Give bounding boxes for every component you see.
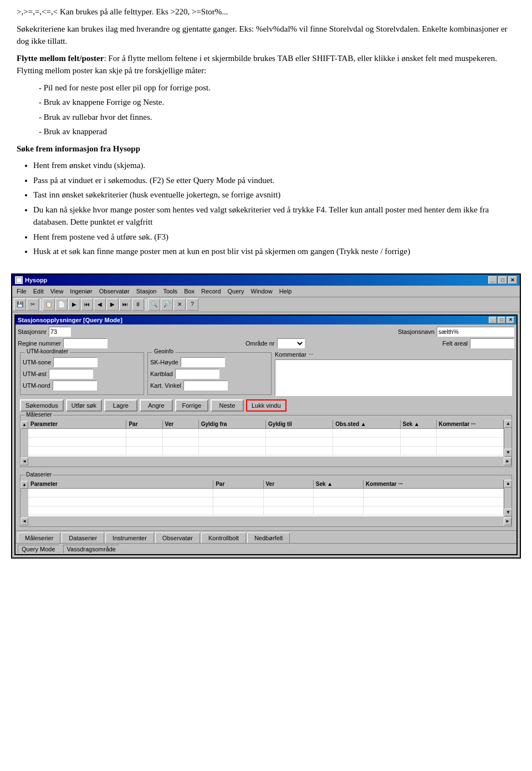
tab-kontrollbolt[interactable]: Kontrollbolt: [201, 532, 246, 543]
maleserier-scroll-left: ▲: [21, 420, 28, 456]
toolbar-btn-1[interactable]: 💾: [14, 298, 26, 311]
close-button[interactable]: ✕: [508, 276, 517, 284]
toolbar-btn-8[interactable]: ▶: [106, 298, 119, 311]
kart-vinkel-input[interactable]: [183, 381, 228, 390]
form-row-2: Regine nummer Område nr Felt areal: [18, 338, 514, 348]
toolbar-btn-2[interactable]: ✂: [27, 298, 39, 311]
utm-nord-input[interactable]: [53, 381, 97, 390]
sk-hoyde-input[interactable]: [181, 357, 225, 367]
stasjonsnavn-input[interactable]: [437, 327, 514, 337]
menu-window[interactable]: Window: [248, 287, 276, 296]
maleserier-scroll-up[interactable]: ▲: [21, 421, 28, 429]
maleserier-scrollbar[interactable]: ▲ ▼: [504, 420, 511, 456]
point5: Hent frem postene ved å utføre søk. (F3): [33, 231, 515, 244]
titlebar-buttons[interactable]: _ □ ✕: [488, 276, 517, 284]
point1: Hent frem ønsket vindu (skjema).: [33, 159, 515, 172]
menu-edit[interactable]: Edit: [30, 287, 47, 296]
tab-instrumenter[interactable]: Instrumenter: [105, 532, 154, 543]
menu-box[interactable]: Box: [181, 287, 198, 296]
scroll-up-btn[interactable]: ▲: [504, 420, 512, 428]
tab-dataserier[interactable]: Dataserier: [62, 532, 104, 543]
cell: [199, 447, 266, 455]
toolbar-btn-14[interactable]: ?: [186, 298, 198, 311]
menu-query[interactable]: Query: [224, 287, 248, 296]
toolbar-btn-6[interactable]: ⏮: [81, 298, 93, 311]
menu-record[interactable]: Record: [198, 287, 224, 296]
menu-tools[interactable]: Tools: [160, 287, 181, 296]
toolbar-btn-9[interactable]: ⏭: [119, 298, 131, 311]
toolbar-btn-10[interactable]: ⏸: [132, 298, 144, 311]
cell: [28, 429, 126, 437]
omraade-select[interactable]: [277, 338, 305, 348]
inner-close-btn[interactable]: ✕: [507, 317, 514, 323]
cell: [364, 489, 504, 497]
dataserier-scroll-up[interactable]: ▲: [21, 481, 28, 489]
ds-scroll-up-btn[interactable]: ▲: [504, 480, 512, 488]
cell: [163, 429, 199, 437]
regine-input[interactable]: [63, 338, 108, 348]
toolbar-btn-5[interactable]: ▶: [68, 298, 80, 311]
maleserier-col-gyldig-til: Gyldig til: [266, 420, 333, 428]
inner-minimize-btn[interactable]: _: [489, 317, 497, 323]
cell: [28, 447, 126, 455]
maleserier-table: Parameter Par Ver Gyldig fra Gyldig til …: [28, 420, 504, 456]
scroll-right-btn[interactable]: ►: [504, 458, 511, 465]
maleserier-header: Parameter Par Ver Gyldig fra Gyldig til …: [28, 420, 504, 429]
angre-button[interactable]: Angre: [140, 399, 173, 412]
cell: [126, 429, 162, 437]
form-row-1: Stasjonsnr Stasjonsnavn: [18, 327, 514, 337]
menu-file[interactable]: File: [13, 287, 30, 296]
stasjonsnr-input[interactable]: [49, 327, 71, 337]
tab-observator[interactable]: Observatør: [155, 532, 200, 543]
utm-geoinfo-section: UTM-koordinater UTM-sone UTM-øst UTM-nor…: [18, 350, 514, 397]
inner-maximize-btn[interactable]: □: [498, 317, 505, 323]
toolbar-btn-7[interactable]: ◀: [94, 298, 106, 311]
maleserier-section: Måleserier ▲ Parameter Par Ver Gyldig fr…: [20, 415, 512, 467]
scroll-left-btn[interactable]: ◄: [21, 458, 28, 465]
forrige-button[interactable]: Forrige: [175, 399, 208, 412]
bullet3: - Bruk av rullebar hvor det finnes.: [39, 111, 515, 124]
cell: [126, 447, 162, 455]
ds-scroll-right-btn[interactable]: ►: [504, 518, 511, 525]
minimize-button[interactable]: _: [488, 276, 497, 284]
lukk-vindu-button[interactable]: Lukk vindu: [246, 399, 287, 412]
cell: [266, 429, 333, 437]
tab-maleserier[interactable]: Måleserier: [18, 532, 60, 543]
toolbar-btn-12[interactable]: 🔎: [161, 298, 173, 311]
lagre-button[interactable]: Lagre: [104, 399, 137, 412]
kommentar-textarea[interactable]: [275, 359, 512, 396]
stasjonsnr-label: Stasjonsnr: [18, 328, 47, 335]
neste-button[interactable]: Neste: [211, 399, 244, 412]
ds-scroll-left-btn[interactable]: ◄: [21, 518, 28, 525]
toolbar-btn-11[interactable]: 🔍: [148, 298, 160, 311]
toolbar-btn-13[interactable]: ✕: [173, 298, 186, 311]
maximize-button[interactable]: □: [498, 276, 507, 284]
sokemodus-button[interactable]: Søkemodus: [20, 399, 64, 412]
menu-help[interactable]: Help: [276, 287, 295, 296]
menu-observator[interactable]: Observatør: [96, 287, 133, 296]
toolbar-btn-3[interactable]: 📋: [43, 298, 55, 311]
cell: [28, 489, 213, 497]
toolbar-btn-4[interactable]: 📄: [55, 298, 68, 311]
menu-ingenior[interactable]: Ingeniør: [66, 287, 95, 296]
point2: Pass på at vinduet er i søkemodus. (F2) …: [33, 174, 515, 187]
felt-areal-input[interactable]: [470, 338, 514, 348]
menu-stasjon[interactable]: Stasjon: [133, 287, 160, 296]
section-title: Søke frem informasjon fra Hysopp: [17, 143, 515, 155]
dataserier-scrollbar[interactable]: ▲ ▼: [504, 480, 511, 516]
kartblad-input[interactable]: [175, 369, 219, 379]
bullet1: - Pil ned for neste post eller pil opp f…: [39, 82, 515, 94]
utm-sone-input[interactable]: [53, 357, 98, 367]
utm-ost-input[interactable]: [49, 369, 93, 379]
ds-scroll-down-btn[interactable]: ▼: [504, 509, 512, 516]
cell: [213, 498, 263, 506]
tab-nedborsfelt[interactable]: Nedbørfelt: [247, 532, 290, 543]
table-row: [28, 438, 504, 447]
inner-titlebar-buttons[interactable]: _ □ ✕: [489, 317, 514, 323]
scroll-down-btn[interactable]: ▼: [504, 449, 512, 456]
menu-view[interactable]: View: [47, 287, 67, 296]
toolbar-sep-1: [40, 299, 41, 310]
stasjonsnavn-label: Stasjonsnavn: [398, 328, 434, 335]
utfor-sok-button[interactable]: Utfør søk: [66, 399, 102, 412]
cell: [266, 447, 333, 455]
